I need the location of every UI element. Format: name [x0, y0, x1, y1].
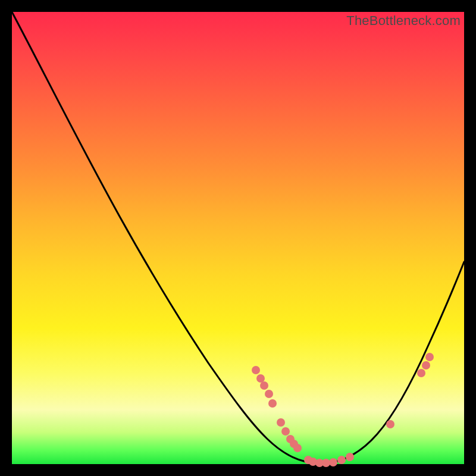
data-point	[417, 369, 425, 377]
data-point	[329, 458, 337, 466]
data-point	[386, 420, 394, 428]
data-point	[346, 453, 354, 461]
data-point	[265, 390, 273, 398]
data-point	[422, 361, 430, 369]
data-point	[256, 374, 265, 383]
data-point	[337, 456, 346, 464]
data-point	[252, 366, 260, 374]
data-point	[322, 459, 330, 467]
data-point	[277, 418, 285, 427]
chart-svg	[12, 12, 464, 464]
chart-frame: TheBottleneck.com	[12, 12, 464, 464]
data-point	[281, 427, 290, 436]
bottleneck-curve	[12, 12, 464, 464]
data-point	[425, 353, 434, 361]
data-point	[293, 444, 302, 452]
data-point	[260, 381, 268, 390]
watermark-text: TheBottleneck.com	[346, 13, 461, 29]
data-point	[268, 399, 277, 408]
